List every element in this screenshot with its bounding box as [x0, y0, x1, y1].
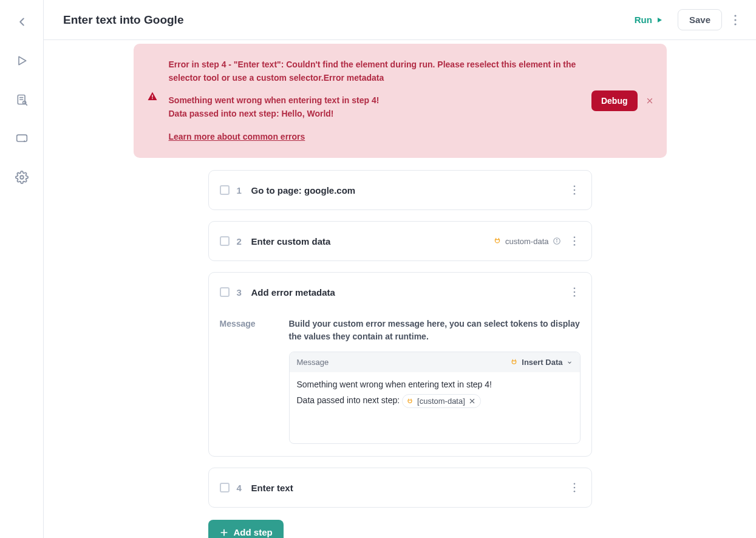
help-text: Build your custom error message here, yo…: [289, 318, 581, 343]
step-tag: custom-data: [493, 237, 561, 246]
save-button[interactable]: Save: [678, 9, 722, 30]
step-title: Enter custom data: [251, 236, 486, 247]
step-title: Add error metadata: [251, 287, 561, 298]
debug-button[interactable]: Debug: [591, 90, 638, 111]
step-checkbox[interactable]: [220, 185, 230, 195]
token-chip[interactable]: [custom-data]: [402, 394, 481, 408]
svg-point-24: [573, 244, 575, 246]
svg-rect-13: [152, 98, 153, 100]
sidebar: [0, 0, 44, 538]
token-label: [custom-data]: [417, 397, 465, 406]
step-title: Enter text: [251, 483, 561, 493]
plug-icon: [493, 237, 502, 245]
message-box: Message Insert Data: [289, 352, 581, 444]
svg-point-17: [573, 189, 575, 191]
svg-point-32: [573, 491, 575, 492]
run-button[interactable]: Run: [627, 10, 670, 30]
svg-point-27: [573, 295, 575, 297]
message-box-label: Message: [297, 358, 329, 367]
step-more-button[interactable]: [568, 182, 581, 199]
gear-icon[interactable]: [11, 166, 33, 188]
message-label: Message: [220, 318, 274, 444]
svg-marker-8: [658, 18, 662, 22]
svg-marker-0: [19, 56, 26, 64]
step-more-button[interactable]: [568, 479, 581, 496]
kebab-icon: [573, 483, 576, 492]
message-line1: Something went wrong when entering text …: [297, 380, 573, 389]
svg-point-25: [573, 288, 575, 290]
svg-rect-6: [16, 135, 27, 141]
step-number: 4: [237, 483, 244, 493]
insert-data-button[interactable]: Insert Data: [510, 358, 572, 367]
svg-point-16: [573, 186, 575, 188]
more-menu-button[interactable]: [729, 11, 741, 29]
step-title: Go to page: google.com: [251, 185, 561, 196]
svg-rect-12: [152, 95, 153, 98]
insert-data-label: Insert Data: [522, 358, 562, 367]
step-card-2: 2 Enter custom data custom-data: [208, 221, 592, 261]
kebab-icon: [573, 287, 576, 297]
device-warning-icon[interactable]: [11, 128, 33, 149]
svg-line-5: [26, 104, 27, 105]
back-icon[interactable]: [11, 11, 33, 33]
play-fill-icon: [656, 16, 663, 24]
learn-more-link[interactable]: Learn more about common errors: [169, 132, 305, 141]
error-text-line1: Error in step 4 - "Enter text": Couldn't…: [169, 58, 581, 84]
svg-point-7: [20, 175, 24, 179]
step-checkbox[interactable]: [220, 236, 230, 246]
add-step-button[interactable]: Add step: [208, 520, 284, 538]
message-editor[interactable]: Something went wrong when entering text …: [290, 372, 580, 443]
svg-point-30: [573, 483, 575, 485]
kebab-icon: [573, 236, 576, 246]
plug-icon: [510, 358, 518, 366]
svg-point-31: [573, 487, 575, 489]
step-number: 3: [237, 287, 244, 298]
svg-point-21: [556, 240, 557, 240]
svg-point-26: [573, 291, 575, 293]
error-text-line2: Something went wrong when entering text …: [169, 94, 581, 120]
step-card-1: 1 Go to page: google.com: [208, 170, 592, 210]
step-card-4: 4 Enter text: [208, 468, 592, 508]
step-checkbox[interactable]: [220, 287, 230, 297]
warning-icon: [147, 91, 158, 102]
message-line2: Data passed into next step: [custom-data…: [297, 394, 573, 408]
topbar: Enter text into Google Run Save: [44, 0, 756, 40]
chevron-down-icon: [567, 359, 573, 366]
step-number: 1: [237, 185, 244, 196]
tag-label: custom-data: [505, 237, 549, 246]
step-checkbox[interactable]: [220, 483, 230, 492]
plug-icon: [406, 398, 414, 405]
svg-point-22: [573, 237, 575, 239]
info-icon[interactable]: [553, 237, 561, 245]
play-icon[interactable]: [11, 50, 33, 72]
log-search-icon[interactable]: [11, 89, 33, 111]
step-more-button[interactable]: [568, 284, 581, 301]
kebab-icon: [734, 15, 737, 26]
token-remove-icon[interactable]: [469, 398, 475, 404]
step-number: 2: [237, 236, 244, 247]
svg-point-18: [573, 193, 575, 195]
step-more-button[interactable]: [568, 233, 581, 250]
close-icon[interactable]: [646, 97, 653, 104]
run-label: Run: [635, 15, 652, 25]
add-step-label: Add step: [234, 527, 273, 537]
svg-point-23: [573, 240, 575, 242]
step-card-3: 3 Add error metadata Message Build your …: [208, 272, 592, 457]
svg-point-9: [734, 15, 736, 16]
svg-point-10: [734, 19, 736, 21]
error-banner: Error in step 4 - "Enter text": Couldn't…: [134, 44, 667, 158]
kebab-icon: [573, 185, 576, 195]
page-title: Enter text into Google: [63, 13, 620, 27]
plus-icon: [219, 528, 229, 537]
svg-point-11: [734, 23, 736, 25]
